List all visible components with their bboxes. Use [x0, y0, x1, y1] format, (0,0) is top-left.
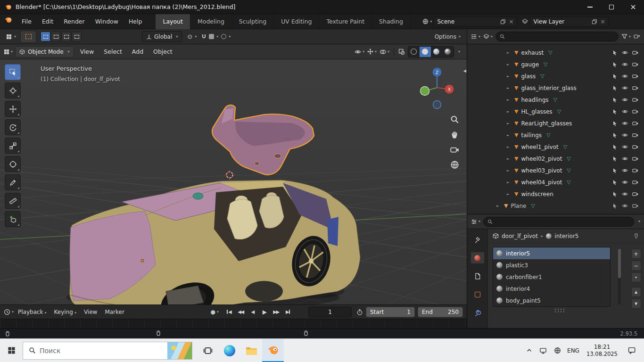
- action-center-button[interactable]: [622, 339, 641, 362]
- expand-arrow-icon[interactable]: ►: [507, 145, 512, 149]
- outliner-item-wheel1-pivot[interactable]: ►▼wheel1_pivot▽: [467, 141, 644, 153]
- view-layer-field[interactable]: View Layer ×: [529, 16, 609, 27]
- search-input[interactable]: [40, 347, 164, 354]
- next-keyframe-button[interactable]: ▶▶: [271, 307, 281, 317]
- disable-render-icon[interactable]: [632, 85, 638, 91]
- material-slot-interior5[interactable]: interior5: [493, 247, 610, 259]
- select-mode-subtract[interactable]: [61, 32, 71, 41]
- selectable-icon[interactable]: [612, 203, 618, 209]
- timeline-scrubber[interactable]: [0, 319, 467, 328]
- menu-object[interactable]: Object: [149, 48, 176, 55]
- hide-viewport-icon[interactable]: [622, 49, 628, 56]
- prev-keyframe-button[interactable]: ◀◀: [235, 307, 246, 317]
- breadcrumb-object[interactable]: door_lf_pivot: [502, 233, 538, 239]
- menu-marker[interactable]: Marker: [101, 309, 127, 315]
- disable-render-icon[interactable]: [632, 49, 638, 56]
- language-indicator[interactable]: ENG: [565, 347, 582, 354]
- hide-viewport-icon[interactable]: [622, 61, 628, 67]
- gizmo-y-axis[interactable]: [421, 87, 429, 96]
- outliner-item-gauge[interactable]: ►▼gauge▽: [467, 58, 644, 70]
- taskbar-search-box[interactable]: [23, 342, 192, 360]
- remove-view-layer-icon[interactable]: ×: [600, 18, 605, 25]
- new-view-layer-copy-icon[interactable]: [592, 19, 597, 25]
- outliner-filter-button[interactable]: ▾: [621, 33, 631, 40]
- selectable-icon[interactable]: [612, 167, 618, 173]
- menu-view[interactable]: View: [76, 48, 98, 55]
- disable-render-icon[interactable]: [632, 61, 638, 67]
- hide-viewport-icon[interactable]: [622, 97, 628, 103]
- tool-measure[interactable]: [5, 193, 21, 209]
- search-highlight-image[interactable]: [167, 342, 192, 359]
- shading-options-chevron[interactable]: ▾: [458, 50, 460, 54]
- panel-resize-grip[interactable]: [554, 308, 566, 313]
- start-button[interactable]: [0, 339, 23, 362]
- selectable-icon[interactable]: [612, 97, 618, 103]
- selectable-icon[interactable]: [612, 49, 618, 56]
- select-mode-extend[interactable]: [51, 32, 61, 41]
- hide-viewport-icon[interactable]: [622, 132, 628, 138]
- disable-render-icon[interactable]: [632, 132, 638, 138]
- outliner-item-headlings[interactable]: ►▼headlings▽: [467, 94, 644, 106]
- menu-timeline-view[interactable]: View: [81, 309, 100, 315]
- scene-name-field[interactable]: Scene ×: [433, 16, 517, 27]
- outliner-item-glass[interactable]: ►▼glass▽: [467, 70, 644, 82]
- selectable-icon[interactable]: [612, 108, 618, 115]
- tool-move[interactable]: [5, 101, 21, 117]
- options-dropdown[interactable]: Options ▾: [433, 31, 462, 42]
- sidebar-collapse-arrow[interactable]: ◀: [463, 69, 466, 73]
- expand-arrow-icon[interactable]: ►: [507, 98, 512, 102]
- tab-animation[interactable]: Ani: [411, 14, 418, 29]
- tool-annotate[interactable]: [5, 174, 21, 190]
- toggle-xray-button[interactable]: [398, 49, 405, 55]
- pin-icon[interactable]: [633, 233, 639, 239]
- tab-object[interactable]: [471, 289, 484, 300]
- hide-viewport-icon[interactable]: [622, 85, 628, 91]
- tab-shading[interactable]: Shading: [372, 14, 411, 29]
- add-material-slot-button[interactable]: +: [631, 249, 641, 259]
- outliner-item-tailings[interactable]: ►▼tailings▽: [467, 129, 644, 141]
- expand-arrow-icon[interactable]: ►: [507, 74, 512, 78]
- selectable-icon[interactable]: [612, 132, 618, 138]
- disable-render-icon[interactable]: [632, 167, 638, 173]
- menu-select[interactable]: Select: [100, 48, 126, 55]
- play-reverse-button[interactable]: ◀: [247, 307, 258, 317]
- shading-material-button[interactable]: [431, 47, 442, 57]
- tab-tool[interactable]: [471, 234, 484, 245]
- outliner-item-plane[interactable]: ►▼Plane▽: [467, 200, 644, 212]
- disable-render-icon[interactable]: [632, 179, 638, 185]
- frame-start-field[interactable]: Start1: [366, 307, 415, 317]
- tool-add-cube[interactable]: [5, 211, 21, 227]
- viewport-canvas[interactable]: User Perspective (1) Collection | door_l…: [0, 59, 467, 304]
- hide-viewport-icon[interactable]: [622, 167, 628, 173]
- disable-render-icon[interactable]: [632, 203, 638, 209]
- ortho-grid-icon[interactable]: [450, 160, 459, 169]
- selectable-icon[interactable]: [612, 144, 618, 150]
- menu-playback[interactable]: Playback▾: [15, 309, 50, 315]
- hide-viewport-icon[interactable]: [622, 120, 628, 126]
- timeline-editor-type-button[interactable]: ▾: [4, 309, 14, 315]
- new-scene-copy-icon[interactable]: [500, 19, 506, 25]
- transform-orientation-dropdown[interactable]: Global ▾: [142, 31, 182, 42]
- selectable-icon[interactable]: [612, 61, 618, 67]
- material-list-scrollbar[interactable]: [618, 249, 621, 304]
- select-mode-intersect[interactable]: [72, 32, 82, 41]
- tab-sculpting[interactable]: Sculpting: [232, 14, 274, 29]
- active-tool-button[interactable]: [20, 31, 36, 43]
- tool-cursor[interactable]: [5, 82, 21, 99]
- tab-layout[interactable]: Layout: [156, 14, 190, 29]
- disable-render-icon[interactable]: [632, 120, 638, 126]
- outliner-item-windscreen[interactable]: ►▼windscreen: [467, 188, 644, 200]
- selected-door-object[interactable]: [212, 105, 314, 175]
- show-overlays-dropdown[interactable]: ▾: [380, 49, 389, 55]
- auto-keying-button[interactable]: ● ▾: [211, 309, 219, 315]
- expand-arrow-icon[interactable]: ►: [507, 133, 512, 137]
- expand-arrow-icon[interactable]: ►: [507, 63, 512, 66]
- network-tray-icon[interactable]: [537, 339, 550, 362]
- expand-arrow-icon[interactable]: ►: [507, 169, 512, 173]
- proportional-edit-toggle[interactable]: ▾: [220, 31, 232, 42]
- use-preview-range-button[interactable]: [356, 309, 363, 315]
- tab-texture-paint[interactable]: Texture Paint: [319, 14, 372, 29]
- expand-arrow-icon[interactable]: ►: [507, 157, 512, 161]
- jump-to-end-button[interactable]: ▶: [282, 307, 293, 317]
- tab-material[interactable]: [471, 252, 484, 263]
